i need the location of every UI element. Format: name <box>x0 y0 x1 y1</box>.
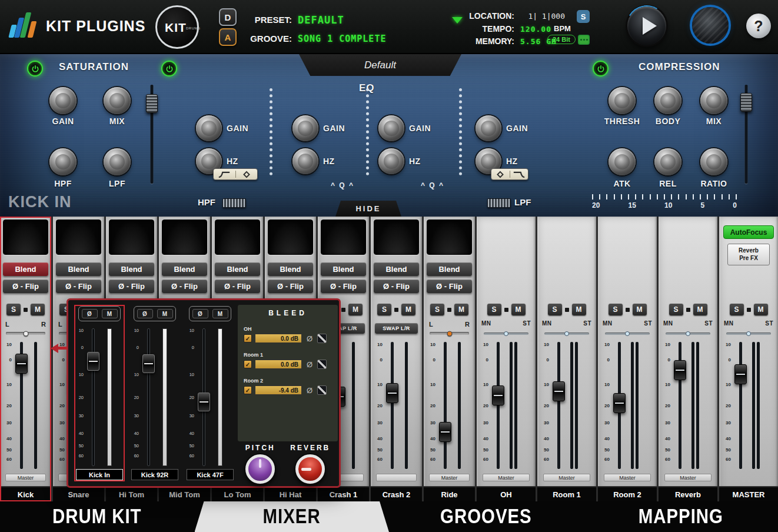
channel-name[interactable]: Snare <box>53 486 104 501</box>
saturation-lpf-knob[interactable] <box>104 148 131 175</box>
mono-stereo-control[interactable]: MN ST <box>477 320 536 338</box>
solo-button[interactable]: S <box>548 304 562 315</box>
phase-flip-button[interactable]: Ø - Flip <box>374 280 419 293</box>
output-route-button[interactable] <box>376 474 417 481</box>
bleed-fader-link-button[interactable] <box>317 334 327 343</box>
fader-track[interactable] <box>739 342 742 469</box>
width-thumb[interactable] <box>504 331 508 336</box>
output-route-button[interactable]: Master <box>429 474 470 481</box>
solo-button[interactable]: S <box>669 304 683 315</box>
blend-button[interactable]: Blend <box>215 262 260 276</box>
mute-button[interactable]: M <box>31 304 45 315</box>
width-track[interactable] <box>666 332 710 335</box>
fader-cap[interactable] <box>439 422 451 442</box>
fader-cap[interactable] <box>613 393 626 413</box>
phase-flip-button[interactable]: Ø - Flip <box>56 280 101 293</box>
reverb-prefx-button[interactable]: ReverbPre FX <box>727 244 770 265</box>
channel-name[interactable]: MASTER <box>719 486 778 501</box>
fader-track[interactable] <box>147 328 150 466</box>
mono-stereo-control[interactable]: MN ST <box>659 320 717 338</box>
eq-band2-gain-knob[interactable] <box>292 115 318 141</box>
fader-cap[interactable] <box>734 364 747 384</box>
fx-preset-tab[interactable]: Default <box>299 54 461 76</box>
eq-band2-freq-knob[interactable] <box>292 148 318 174</box>
channel-fader[interactable]: 100102030405060 <box>719 340 778 471</box>
compression-power-button[interactable] <box>593 61 609 77</box>
channel-name[interactable]: Kick <box>0 486 51 501</box>
width-track[interactable] <box>726 332 771 335</box>
analog-mode-button[interactable]: A <box>219 28 237 46</box>
eq-band4-gain-knob[interactable] <box>476 115 501 141</box>
channel-name[interactable]: Crash 2 <box>371 486 422 501</box>
solo-button[interactable]: S <box>6 304 21 315</box>
bleed-phase-button[interactable]: Ø <box>305 334 314 343</box>
width-thumb[interactable] <box>686 331 690 336</box>
blend-button[interactable]: Blend <box>321 262 366 276</box>
fader-cap[interactable] <box>674 360 686 380</box>
eq-band3-q-control[interactable]: ^ Q ^ <box>414 181 451 189</box>
fader-cap[interactable] <box>492 385 504 405</box>
bleed-level-value[interactable]: -9.4 dB <box>255 385 302 395</box>
mic-mute-button[interactable]: M <box>212 309 228 318</box>
mono-stereo-control[interactable]: MN ST <box>598 320 657 338</box>
channel-display-pad[interactable] <box>162 220 207 255</box>
play-button[interactable] <box>627 6 666 45</box>
blend-button[interactable]: Blend <box>374 262 419 276</box>
channel-name[interactable]: Mid Tom <box>159 486 210 501</box>
eq-band3-gain-knob[interactable] <box>378 115 404 141</box>
channel-display-pad[interactable] <box>215 220 260 255</box>
channel-fader[interactable]: 100102030405060 <box>371 340 422 471</box>
channel-fader[interactable]: 100102030405060 <box>598 340 657 471</box>
pan-thumb[interactable] <box>23 331 28 336</box>
bleed-phase-button[interactable]: Ø <box>305 360 314 369</box>
saturation-mix-knob[interactable] <box>104 87 131 114</box>
master-volume-knob[interactable] <box>692 7 729 44</box>
channel-name[interactable]: Room 2 <box>598 486 657 501</box>
mic-name-button[interactable]: Kick In <box>76 469 123 480</box>
mic-mute-button[interactable]: M <box>102 309 118 318</box>
fader-cap[interactable] <box>553 381 565 401</box>
reverb-knob[interactable] <box>295 454 325 484</box>
compression-ratio-knob[interactable] <box>700 148 727 175</box>
eq-power-button[interactable] <box>161 61 177 77</box>
mute-button[interactable]: M <box>633 304 647 315</box>
phase-flip-button[interactable]: Ø - Flip <box>109 280 154 293</box>
solo-button[interactable]: S <box>487 304 501 315</box>
fader-track[interactable] <box>497 342 500 469</box>
bleed-enable-checkbox[interactable]: ✓ <box>244 386 252 394</box>
channel-name[interactable]: OH <box>477 486 536 501</box>
bleed-phase-button[interactable]: Ø <box>305 385 314 395</box>
channel-display-pad[interactable] <box>321 220 366 255</box>
main-tab[interactable]: MAPPING <box>584 501 778 532</box>
blend-button[interactable]: Blend <box>427 262 472 276</box>
blend-button[interactable]: Blend <box>56 262 101 276</box>
compression-rel-knob[interactable] <box>654 148 681 175</box>
tempo-value[interactable]: 120.00 <box>520 25 551 34</box>
fader-cap[interactable] <box>386 383 398 403</box>
fader-cap[interactable] <box>87 352 99 371</box>
mono-stereo-control[interactable]: MN ST <box>537 320 596 338</box>
swap-lr-button[interactable]: SWAP L/R <box>375 323 418 334</box>
mic-fader[interactable]: 100102030405060 <box>129 326 180 468</box>
pan-track[interactable] <box>430 332 468 335</box>
output-route-button[interactable]: Master <box>604 474 651 481</box>
channel-fader[interactable]: 100102030405060 <box>477 340 536 471</box>
channel-display-pad[interactable] <box>268 220 313 255</box>
sync-badge[interactable]: S <box>577 10 590 23</box>
pitch-knob[interactable] <box>245 454 275 484</box>
width-thumb[interactable] <box>564 331 569 336</box>
channel-fader[interactable]: 100102030405060 <box>537 340 596 471</box>
hide-fx-panel-button[interactable]: HIDE <box>335 201 401 217</box>
digital-mode-button[interactable]: D <box>219 8 237 26</box>
saturation-gain-knob[interactable] <box>49 87 77 114</box>
mute-button[interactable]: M <box>572 304 586 315</box>
output-route-button[interactable]: Master <box>483 474 530 481</box>
channel-display-pad[interactable] <box>427 220 472 255</box>
bleed-fader-link-button[interactable] <box>317 385 327 395</box>
width-track[interactable] <box>605 332 650 335</box>
bleed-enable-checkbox[interactable]: ✓ <box>244 334 252 343</box>
channel-name[interactable]: Ride <box>424 486 475 501</box>
eq-band2-q-control[interactable]: ^ Q ^ <box>324 181 361 189</box>
phase-flip-button[interactable]: Ø - Flip <box>427 280 472 293</box>
mic-phase-button[interactable]: Ø <box>192 309 208 318</box>
